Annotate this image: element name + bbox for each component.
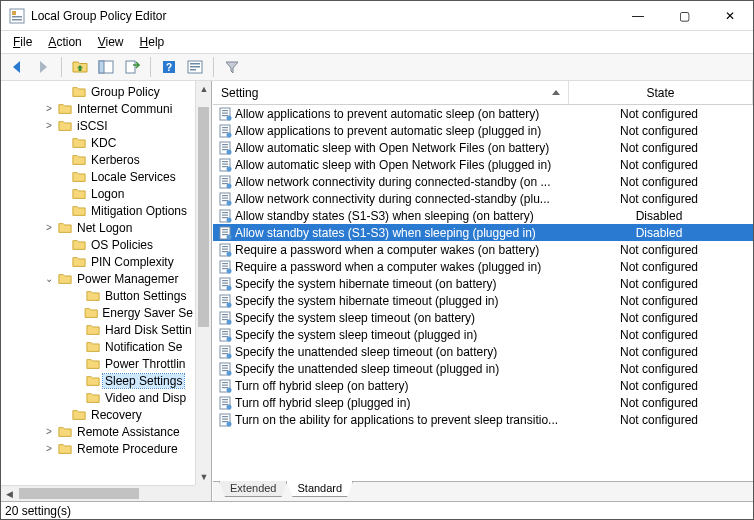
setting-row[interactable]: Allow applications to prevent automatic …: [213, 122, 753, 139]
tree-item[interactable]: PIN Complexity: [1, 253, 195, 270]
setting-name: Turn on the ability for applications to …: [235, 413, 569, 427]
up-folder-button[interactable]: [68, 56, 92, 78]
tree-item[interactable]: KDC: [1, 134, 195, 151]
scroll-track[interactable]: [17, 486, 195, 501]
tab-extended[interactable]: Extended: [219, 481, 287, 497]
setting-state: Not configured: [569, 107, 753, 121]
tree-item[interactable]: OS Policies: [1, 236, 195, 253]
scroll-thumb[interactable]: [19, 488, 139, 499]
maximize-button[interactable]: ▢: [661, 1, 707, 31]
tree-item[interactable]: Locale Services: [1, 168, 195, 185]
tab-standard[interactable]: Standard: [286, 481, 353, 497]
setting-row[interactable]: Specify the unattended sleep timeout (on…: [213, 343, 753, 360]
setting-row[interactable]: Require a password when a computer wakes…: [213, 241, 753, 258]
setting-state: Not configured: [569, 345, 753, 359]
policy-icon: [217, 311, 235, 325]
scroll-thumb[interactable]: [198, 107, 209, 327]
tree-item[interactable]: Notification Se: [1, 338, 195, 355]
properties-button[interactable]: [183, 56, 207, 78]
forward-button[interactable]: [31, 56, 55, 78]
status-text: 20 setting(s): [5, 504, 71, 518]
setting-row[interactable]: Specify the system sleep timeout (plugge…: [213, 326, 753, 343]
menu-view[interactable]: View: [90, 33, 132, 51]
tree-item-label: Energy Saver Se: [100, 306, 195, 320]
tree-item[interactable]: ⌄Power Managemer: [1, 270, 195, 287]
policy-icon: [217, 277, 235, 291]
menu-file[interactable]: File: [5, 33, 40, 51]
expand-icon[interactable]: >: [43, 103, 55, 114]
tree-horizontal-scrollbar[interactable]: ◀ ▶: [1, 485, 211, 501]
help-button[interactable]: ?: [157, 56, 181, 78]
tree-item[interactable]: Mitigation Options: [1, 202, 195, 219]
policy-icon: [217, 192, 235, 206]
setting-name: Require a password when a computer wakes…: [235, 243, 569, 257]
folder-icon: [85, 357, 101, 371]
scroll-up-button[interactable]: ▲: [196, 81, 211, 97]
folder-icon: [57, 442, 73, 456]
setting-row[interactable]: Require a password when a computer wakes…: [213, 258, 753, 275]
expand-icon[interactable]: >: [43, 120, 55, 131]
minimize-button[interactable]: —: [615, 1, 661, 31]
folder-icon: [85, 374, 101, 388]
setting-row[interactable]: Specify the system sleep timeout (on bat…: [213, 309, 753, 326]
tree-item[interactable]: Power Throttlin: [1, 355, 195, 372]
tree-item[interactable]: >Remote Procedure: [1, 440, 195, 457]
scroll-track[interactable]: [196, 97, 211, 469]
setting-name: Specify the system hibernate timeout (pl…: [235, 294, 569, 308]
setting-row[interactable]: Turn on the ability for applications to …: [213, 411, 753, 428]
setting-row[interactable]: Allow standby states (S1-S3) when sleepi…: [213, 224, 753, 241]
scroll-down-button[interactable]: ▼: [196, 469, 211, 485]
setting-row[interactable]: Allow standby states (S1-S3) when sleepi…: [213, 207, 753, 224]
panes-icon: [98, 59, 114, 75]
back-button[interactable]: [5, 56, 29, 78]
column-header-state[interactable]: State: [569, 81, 753, 104]
folder-icon: [71, 153, 87, 167]
menu-help[interactable]: Help: [132, 33, 173, 51]
column-header-setting[interactable]: Setting: [213, 81, 569, 104]
setting-row[interactable]: Allow automatic sleep with Open Network …: [213, 139, 753, 156]
setting-name: Allow automatic sleep with Open Network …: [235, 141, 569, 155]
tree-item[interactable]: >iSCSI: [1, 117, 195, 134]
close-button[interactable]: ✕: [707, 1, 753, 31]
setting-row[interactable]: Allow network connectivity during connec…: [213, 190, 753, 207]
expand-icon[interactable]: >: [43, 426, 55, 437]
scroll-left-button[interactable]: ◀: [1, 486, 17, 501]
setting-row[interactable]: Specify the system hibernate timeout (on…: [213, 275, 753, 292]
tree-item[interactable]: Hard Disk Settin: [1, 321, 195, 338]
expand-icon[interactable]: >: [43, 443, 55, 454]
setting-row[interactable]: Specify the system hibernate timeout (pl…: [213, 292, 753, 309]
tree-vertical-scrollbar[interactable]: ▲ ▼: [195, 81, 211, 485]
tree-item[interactable]: >Remote Assistance: [1, 423, 195, 440]
folder-icon: [57, 221, 73, 235]
tree-item[interactable]: Logon: [1, 185, 195, 202]
tree-item[interactable]: Video and Disp: [1, 389, 195, 406]
folder-icon: [57, 272, 73, 286]
tree-item[interactable]: Kerberos: [1, 151, 195, 168]
folder-icon: [85, 340, 101, 354]
setting-row[interactable]: Allow network connectivity during connec…: [213, 173, 753, 190]
show-hide-tree-button[interactable]: [94, 56, 118, 78]
tree-item[interactable]: Recovery: [1, 406, 195, 423]
setting-row[interactable]: Turn off hybrid sleep (plugged in)Not co…: [213, 394, 753, 411]
settings-list-inner[interactable]: Allow applications to prevent automatic …: [213, 105, 753, 481]
tree-item[interactable]: Sleep Settings: [1, 372, 195, 389]
expand-icon[interactable]: >: [43, 222, 55, 233]
tree-item[interactable]: Button Settings: [1, 287, 195, 304]
svg-text:?: ?: [166, 62, 172, 73]
tree-item[interactable]: >Internet Communi: [1, 100, 195, 117]
setting-row[interactable]: Specify the unattended sleep timeout (pl…: [213, 360, 753, 377]
collapse-icon[interactable]: ⌄: [43, 273, 55, 284]
setting-row[interactable]: Allow applications to prevent automatic …: [213, 105, 753, 122]
tree[interactable]: Group Policy>Internet Communi>iSCSIKDCKe…: [1, 81, 195, 485]
filter-button[interactable]: [220, 56, 244, 78]
list-header: Setting State: [213, 81, 753, 105]
folder-icon: [85, 323, 101, 337]
menubar: File Action View Help: [1, 31, 753, 53]
tree-item[interactable]: >Net Logon: [1, 219, 195, 236]
menu-action[interactable]: Action: [40, 33, 89, 51]
setting-row[interactable]: Turn off hybrid sleep (on battery)Not co…: [213, 377, 753, 394]
tree-item[interactable]: Group Policy: [1, 83, 195, 100]
tree-item[interactable]: Energy Saver Se: [1, 304, 195, 321]
setting-row[interactable]: Allow automatic sleep with Open Network …: [213, 156, 753, 173]
export-button[interactable]: [120, 56, 144, 78]
